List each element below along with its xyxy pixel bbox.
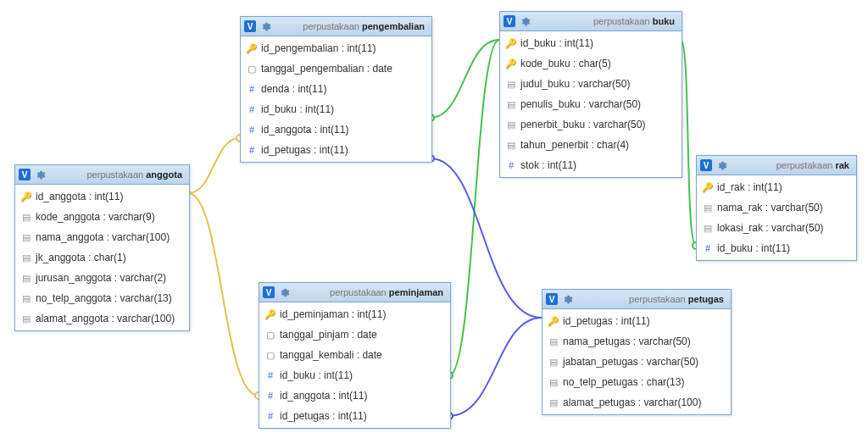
column-label: lokasi_rak : varchar(50) [717,222,823,234]
column-row[interactable]: ▤nama_anggota : varchar(100) [15,227,189,247]
column-row[interactable]: ▤tahun_penerbit : char(4) [500,135,682,155]
column-row[interactable]: #stok : int(11) [500,155,682,175]
column-row[interactable]: ▤alamat_anggota : varchar(100) [15,308,189,329]
table-header[interactable]: Vperpustakaan peminjaman [259,283,450,302]
column-name: id_anggota [36,191,86,202]
date-icon: ▢ [246,64,258,75]
text-icon: ▤ [505,140,517,151]
column-name: lokasi_rak [717,222,763,234]
table-header[interactable]: Vperpustakaan rak [697,156,856,175]
column-row[interactable]: ▤jurusan_anggota : varchar(2) [15,268,189,288]
view-badge-icon[interactable]: V [700,159,712,171]
column-row[interactable]: 🔑id_petugas : int(11) [542,311,731,331]
view-badge-icon[interactable]: V [263,286,275,298]
numeric-icon: # [246,145,258,155]
column-label: id_anggota : int(11) [36,191,123,202]
gear-icon[interactable] [278,286,290,298]
table-header[interactable]: Vperpustakaan anggota [15,165,189,185]
text-icon: ▤ [20,273,32,284]
column-row[interactable]: #id_buku : int(11) [241,99,431,119]
column-type: int(11) [320,124,348,136]
column-row[interactable]: ▤jabatan_petugas : varchar(50) [542,352,731,372]
column-list: 🔑id_buku : int(11)🔑kode_buku : char(5)▤j… [500,31,682,177]
column-row[interactable]: 🔑id_peminjaman : int(11) [259,304,450,324]
gear-icon[interactable] [259,20,271,32]
table-rak[interactable]: Vperpustakaan rak🔑id_rak : int(11)▤nama_… [696,155,857,261]
column-label: jabatan_petugas : varchar(50) [563,356,698,368]
column-row[interactable]: ▤nama_petugas : varchar(50) [542,331,731,352]
gear-icon[interactable] [561,293,573,305]
column-row[interactable]: ▤penulis_buku : varchar(50) [500,94,682,114]
column-label: tanggal_kembali : date [280,349,382,361]
column-name: nama_petugas [563,335,630,347]
column-label: id_pengembalian : int(11) [261,42,376,54]
column-row[interactable]: ▤lokasi_rak : varchar(50) [697,218,856,238]
column-row[interactable]: ▢tanggal_pengembalian : date [241,58,431,79]
column-row[interactable]: #denda : int(11) [241,79,431,99]
column-row[interactable]: ▤penerbit_buku : varchar(50) [500,114,682,135]
table-petugas[interactable]: Vperpustakaan petugas🔑id_petugas : int(1… [542,289,732,415]
column-name: judul_buku [520,78,570,90]
column-row[interactable]: #id_anggota : int(11) [259,385,450,406]
column-row[interactable]: ▢tanggal_kembali : date [259,345,450,365]
column-row[interactable]: ▤alamat_petugas : varchar(100) [542,392,731,413]
column-type: varchar(9) [108,211,155,223]
table-header[interactable]: Vperpustakaan buku [500,12,682,31]
view-badge-icon[interactable]: V [546,293,558,305]
column-label: id_anggota : int(11) [280,390,367,402]
column-type: varchar(100) [117,313,175,324]
numeric-icon: # [264,391,276,401]
column-name: tanggal_pinjam [280,329,348,341]
column-row[interactable]: #id_anggota : int(11) [241,119,431,140]
table-header[interactable]: Vperpustakaan pengembalian [241,17,431,36]
column-row[interactable]: 🔑id_pengembalian : int(11) [241,38,431,58]
column-row[interactable]: ▤kode_anggota : varchar(9) [15,207,189,227]
column-label: id_petugas : int(11) [563,315,650,327]
column-row[interactable]: 🔑id_rak : int(11) [697,177,856,197]
text-icon: ▤ [548,397,559,408]
gear-icon[interactable] [519,15,531,27]
column-type: varchar(50) [578,78,630,90]
numeric-icon: # [246,104,258,114]
column-type: date [372,63,392,75]
column-row[interactable]: 🔑id_anggota : int(11) [15,186,189,207]
text-icon: ▤ [20,232,32,243]
text-icon: ▤ [548,336,559,347]
column-list: 🔑id_rak : int(11)▤nama_rak : varchar(50)… [697,175,856,260]
column-row[interactable]: 🔑kode_buku : char(5) [500,53,682,74]
column-row[interactable]: ▤no_telp_petugas : char(13) [542,372,731,392]
view-badge-icon[interactable]: V [19,169,31,180]
column-row[interactable]: ▤jk_anggota : char(1) [15,247,189,268]
gear-icon[interactable] [34,169,46,180]
column-row[interactable]: 🔑id_buku : int(11) [500,33,682,53]
column-type: int(11) [305,103,334,115]
column-label: id_buku : int(11) [261,103,334,115]
table-buku[interactable]: Vperpustakaan buku🔑id_buku : int(11)🔑kod… [499,11,682,178]
table-pengembalian[interactable]: Vperpustakaan pengembalian🔑id_pengembali… [240,16,432,163]
table-anggota[interactable]: Vperpustakaan anggota🔑id_anggota : int(1… [14,164,190,331]
view-badge-icon[interactable]: V [504,15,515,27]
column-name: tanggal_pengembalian [261,63,364,75]
column-row[interactable]: ▤nama_rak : varchar(50) [697,197,856,218]
column-name: id_pengembalian [261,42,338,54]
table-peminjaman[interactable]: Vperpustakaan peminjaman🔑id_peminjaman :… [259,282,451,429]
table-header[interactable]: Vperpustakaan petugas [542,290,731,309]
column-row[interactable]: ▢tanggal_pinjam : date [259,324,450,345]
column-row[interactable]: #id_buku : int(11) [259,365,450,385]
column-label: id_buku : int(11) [520,37,593,49]
numeric-icon: # [505,160,517,170]
column-type: date [362,349,381,361]
text-icon: ▤ [20,313,32,324]
column-row[interactable]: #id_buku : int(11) [697,238,856,258]
column-type: int(11) [621,315,650,327]
view-badge-icon[interactable]: V [244,20,256,32]
column-row[interactable]: #id_petugas : int(11) [241,140,431,160]
column-type: int(11) [298,83,326,95]
column-row[interactable]: #id_petugas : int(11) [259,406,450,426]
column-type: int(11) [761,242,790,254]
column-type: varchar(13) [120,292,171,304]
gear-icon[interactable] [715,159,727,171]
column-row[interactable]: ▤judul_buku : varchar(50) [500,74,682,94]
column-name: denda [261,83,289,95]
column-row[interactable]: ▤no_telp_anggota : varchar(13) [15,288,189,308]
